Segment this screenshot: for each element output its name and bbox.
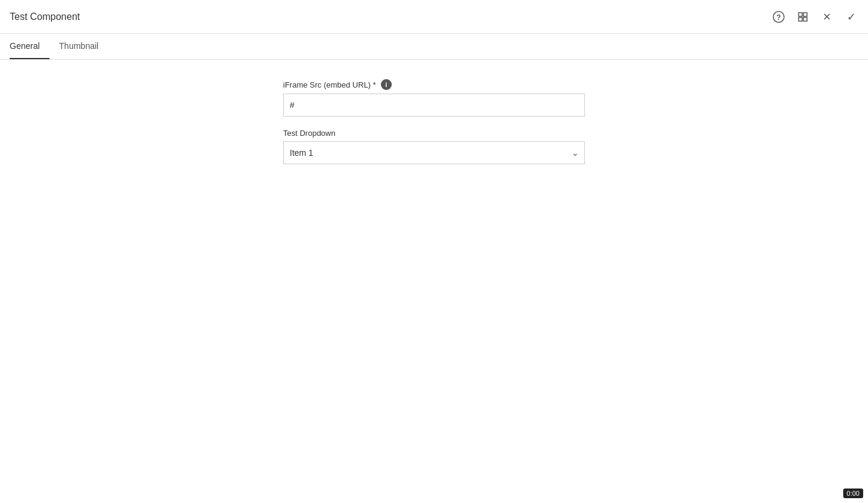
dropdown-label: Test Dropdown — [283, 129, 336, 138]
iframe-src-label-row: iFrame Src (embed URL) * i — [283, 79, 585, 90]
svg-text:?: ? — [776, 13, 780, 22]
header: Test Component ? × ✓ — [0, 0, 868, 34]
dropdown-wrapper: Item 1 Item 2 Item 3 ⌄ — [283, 141, 585, 164]
svg-rect-3 — [803, 13, 807, 16]
tabs-bar: General Thumbnail — [0, 34, 868, 60]
test-dropdown[interactable]: Item 1 Item 2 Item 3 — [283, 141, 585, 164]
iframe-src-field-group: iFrame Src (embed URL) * i — [283, 79, 585, 117]
dropdown-label-row: Test Dropdown — [283, 129, 585, 138]
iframe-src-input[interactable] — [283, 94, 585, 117]
svg-rect-4 — [799, 18, 802, 21]
dropdown-field-group: Test Dropdown Item 1 Item 2 Item 3 ⌄ — [283, 129, 585, 164]
tab-thumbnail[interactable]: Thumbnail — [59, 34, 108, 59]
header-actions: ? × ✓ — [771, 10, 858, 24]
help-icon[interactable]: ? — [771, 10, 786, 24]
iframe-src-info-icon[interactable]: i — [381, 79, 392, 90]
form-inner: iFrame Src (embed URL) * i Test Dropdown… — [283, 79, 585, 176]
close-icon[interactable]: × — [820, 10, 834, 24]
tab-general[interactable]: General — [10, 34, 49, 59]
svg-rect-2 — [799, 13, 802, 16]
page-title: Test Component — [10, 11, 80, 22]
timer-badge: 0:00 — [843, 489, 863, 498]
form-area: iFrame Src (embed URL) * i Test Dropdown… — [0, 60, 868, 196]
iframe-src-label: iFrame Src (embed URL) * — [283, 80, 376, 89]
svg-rect-5 — [803, 18, 807, 21]
confirm-icon[interactable]: ✓ — [844, 10, 858, 24]
expand-icon[interactable] — [796, 10, 810, 24]
